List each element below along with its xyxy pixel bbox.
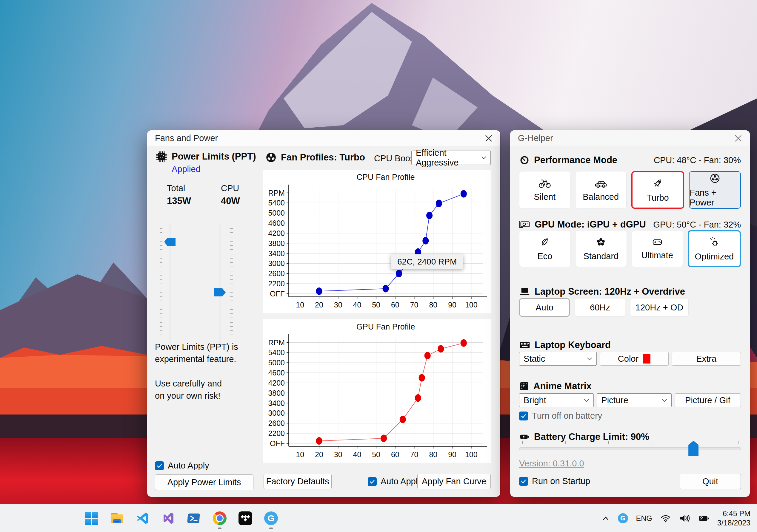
fan-icon <box>709 172 721 184</box>
battery-slider-ticks <box>522 441 738 444</box>
perf-mode-turbo-button[interactable]: Turbo <box>631 171 684 209</box>
fan-curve-point[interactable] <box>426 212 433 219</box>
cpu-fan-profile-chart[interactable]: 102030405060708090100RPM5400500046004200… <box>263 170 491 313</box>
cpu-power-slider[interactable] <box>219 225 221 343</box>
cpu-boost-dropdown[interactable]: Efficient Aggressive <box>411 151 491 165</box>
tidal-icon[interactable] <box>238 512 252 525</box>
fan-curve-point[interactable] <box>436 200 442 207</box>
svg-text:20: 20 <box>315 301 323 309</box>
ultimate-label: Ultimate <box>641 250 673 260</box>
svg-text:80: 80 <box>429 301 437 309</box>
battery-slider-track[interactable] <box>519 447 741 450</box>
anime-matrix-controls: Bright Picture Picture / Gif <box>519 393 741 407</box>
chrome-icon[interactable] <box>213 512 227 525</box>
anime-brightness-dropdown[interactable]: Bright <box>519 393 594 407</box>
chip-icon <box>155 150 168 163</box>
clock[interactable]: 6:45 PM 3/18/2023 <box>717 509 750 527</box>
cpu-slider-thumb[interactable] <box>214 288 226 296</box>
apply-fan-curve-button[interactable]: Apply Fan Curve <box>417 474 491 489</box>
power-auto-apply-checkbox[interactable]: Auto Apply <box>155 461 209 471</box>
fans-window-titlebar[interactable]: Fans and Power <box>147 130 500 146</box>
gpu-mode-buttons: Eco Standard Ulti <box>519 230 741 267</box>
battery-tray-icon[interactable] <box>698 514 709 523</box>
gpu-mode-standard-button[interactable]: Standard <box>575 230 626 267</box>
fan-curve-point[interactable] <box>419 374 425 381</box>
fan-curve-point[interactable] <box>400 416 406 423</box>
keyboard-extra-button[interactable]: Extra <box>672 352 741 366</box>
svg-text:3800: 3800 <box>268 239 285 247</box>
close-icon <box>485 134 493 142</box>
gpu-mode-eco-button[interactable]: Eco <box>519 230 570 267</box>
tray-chevron-up-icon[interactable] <box>601 514 610 522</box>
fan-curve-point[interactable] <box>461 190 467 197</box>
fans-window-close-button[interactable] <box>483 133 494 144</box>
keyboard-color-button[interactable]: Color <box>600 352 669 366</box>
screen-auto-button[interactable]: Auto <box>519 298 570 317</box>
volume-icon[interactable] <box>679 514 690 523</box>
cpu-slider-track[interactable] <box>219 225 221 343</box>
visual-studio-icon[interactable] <box>162 512 175 525</box>
ghelper-tray-icon[interactable]: G <box>618 513 628 523</box>
gpu-fan-curve[interactable]: 102030405060708090100RPM5400500046004200… <box>263 320 491 463</box>
fan-curve-point[interactable] <box>415 394 421 402</box>
fans-power-label: Fans + Power <box>689 188 740 208</box>
powershell-icon[interactable] <box>187 512 201 525</box>
gpu-fan-profile-chart[interactable]: 102030405060708090100RPM5400500046004200… <box>263 320 491 463</box>
screen-60hz-button[interactable]: 60Hz <box>575 298 625 317</box>
power-auto-apply-label: Auto Apply <box>168 461 209 471</box>
fan-curve-point[interactable] <box>438 345 444 352</box>
factory-defaults-button[interactable]: Factory Defaults <box>263 474 332 489</box>
speedometer-icon <box>519 155 530 165</box>
turn-off-on-battery-checkbox[interactable]: Turn off on battery <box>519 411 602 421</box>
vscode-icon[interactable] <box>136 512 150 525</box>
total-power-slider[interactable] <box>169 225 171 343</box>
fan-curve-point[interactable] <box>424 352 431 359</box>
fan-curve-point[interactable] <box>422 237 429 244</box>
checkbox-checked-icon[interactable] <box>368 477 377 486</box>
power-limit-sliders <box>155 225 251 343</box>
keyboard-mode-dropdown[interactable]: Static <box>519 352 597 366</box>
total-slider-thumb[interactable] <box>164 238 175 246</box>
picture-gif-button[interactable]: Picture / Gif <box>675 393 741 407</box>
fan-curve-point[interactable] <box>396 270 402 277</box>
svg-text:2200: 2200 <box>268 429 285 437</box>
perf-mode-fans-power-button[interactable]: Fans + Power <box>689 171 741 209</box>
battery-charge-slider[interactable] <box>519 441 741 458</box>
fan-curve-point[interactable] <box>380 434 387 442</box>
svg-text:90: 90 <box>448 450 456 459</box>
quit-button[interactable]: Quit <box>680 474 741 489</box>
screen-mode-buttons: Auto 60Hz 120Hz + OD <box>519 298 689 317</box>
checkbox-checked-icon[interactable] <box>519 477 528 486</box>
apply-power-limits-button[interactable]: Apply Power Limits <box>155 474 254 490</box>
fan-curve-point[interactable] <box>383 285 389 292</box>
version-link[interactable]: Version: 0.31.0.0 <box>519 459 584 468</box>
fan-curve-point[interactable] <box>316 288 322 295</box>
run-on-startup-checkbox[interactable]: Run on Startup <box>519 476 590 486</box>
power-limits-status: Applied <box>172 164 200 174</box>
ghelper-taskbar-icon[interactable]: G <box>264 512 278 525</box>
anime-mode-dropdown[interactable]: Picture <box>597 393 671 407</box>
svg-text:4200: 4200 <box>268 379 285 387</box>
cpu-fan-curve[interactable]: 102030405060708090100RPM5400500046004200… <box>263 170 491 313</box>
screen-120hz-od-button[interactable]: 120Hz + OD <box>630 298 689 317</box>
perf-mode-silent-button[interactable]: Silent <box>519 171 570 209</box>
flower-icon <box>595 237 607 248</box>
language-indicator[interactable]: ENG <box>636 514 652 523</box>
power-limits-warning: Power Limits (PPT) is experimental featu… <box>155 341 238 402</box>
cpu-slider-ticks <box>230 228 233 339</box>
gpu-mode-optimized-button[interactable]: Optimized <box>688 230 741 267</box>
fan-curve-point[interactable] <box>461 339 467 347</box>
gpu-mode-ultimate-button[interactable]: Ultimate <box>632 230 683 267</box>
svg-text:2200: 2200 <box>268 279 285 288</box>
car-icon <box>594 178 607 188</box>
anime-brightness-value: Bright <box>524 395 546 405</box>
svg-text:4600: 4600 <box>268 369 285 377</box>
checkbox-checked-icon[interactable] <box>519 411 528 420</box>
fan-auto-apply-checkbox[interactable]: Auto Apply <box>368 477 422 486</box>
start-button-icon[interactable] <box>84 512 98 525</box>
checkbox-checked-icon[interactable] <box>155 461 164 470</box>
wifi-icon[interactable] <box>660 514 671 523</box>
file-explorer-icon[interactable] <box>110 512 124 525</box>
perf-mode-balanced-button[interactable]: Balanced <box>575 171 626 209</box>
fan-curve-point[interactable] <box>316 437 322 445</box>
